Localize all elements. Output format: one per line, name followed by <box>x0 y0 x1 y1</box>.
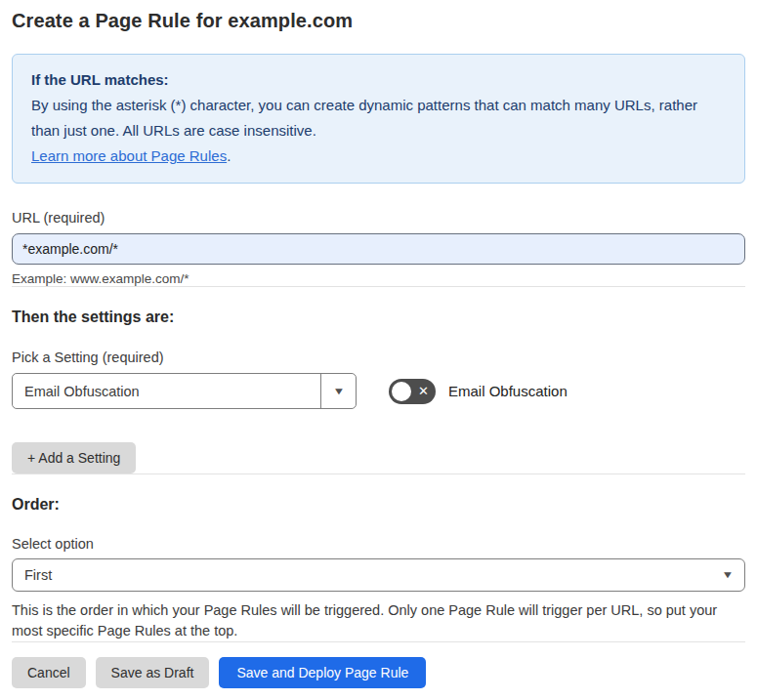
url-match-info-box: If the URL matches: By using the asteris… <box>12 54 745 184</box>
setting-select[interactable]: Email Obfuscation ▼ <box>12 373 357 409</box>
cancel-button[interactable]: Cancel <box>12 657 86 688</box>
divider <box>12 286 745 287</box>
learn-more-link[interactable]: Learn more about Page Rules <box>31 147 227 164</box>
order-select[interactable]: First ▼ <box>12 558 745 592</box>
add-setting-button[interactable]: + Add a Setting <box>12 442 136 474</box>
email-obfuscation-toggle[interactable]: ✕ <box>389 379 436 404</box>
toggle-label: Email Obfuscation <box>448 383 568 399</box>
toggle-knob <box>392 382 411 401</box>
setting-select-arrow-box[interactable]: ▼ <box>320 374 356 408</box>
save-as-draft-button[interactable]: Save as Draft <box>96 657 210 688</box>
url-input[interactable] <box>12 233 745 265</box>
link-suffix: . <box>227 147 231 164</box>
order-select-value: First <box>24 567 52 583</box>
order-helper-text: This is the order in which your Page Rul… <box>12 600 735 641</box>
footer-actions: Cancel Save as Draft Save and Deploy Pag… <box>12 657 745 688</box>
order-section-heading: Order: <box>12 496 745 514</box>
info-box-body: By using the asterisk (*) character, you… <box>31 93 726 144</box>
page-title: Create a Page Rule for example.com <box>12 10 745 32</box>
chevron-down-icon: ▼ <box>332 387 345 396</box>
setting-select-value: Email Obfuscation <box>13 374 320 408</box>
divider <box>12 474 745 474</box>
pick-setting-label: Pick a Setting (required) <box>12 350 745 365</box>
settings-section-heading: Then the settings are: <box>12 309 745 326</box>
url-example-helper: Example: www.example.com/* <box>12 271 745 286</box>
toggle-x-icon: ✕ <box>418 385 429 397</box>
save-and-deploy-button[interactable]: Save and Deploy Page Rule <box>219 657 426 688</box>
chevron-down-icon: ▼ <box>722 570 735 580</box>
divider <box>12 641 745 642</box>
info-box-link-line: Learn more about Page Rules. <box>31 144 726 169</box>
order-select-label: Select option <box>12 536 745 552</box>
info-box-heading: If the URL matches: <box>31 67 726 93</box>
url-field-label: URL (required) <box>12 210 745 226</box>
